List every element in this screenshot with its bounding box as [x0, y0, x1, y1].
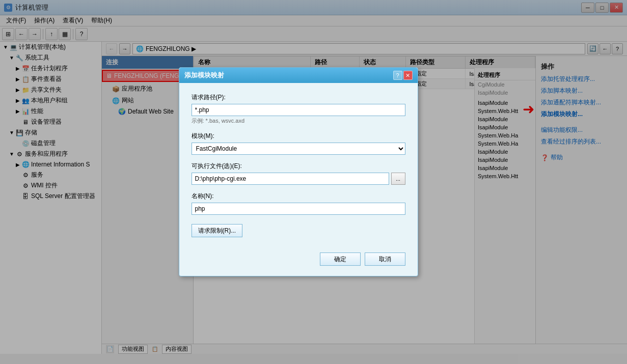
- expand-icon: [14, 172, 21, 179]
- menu-file[interactable]: 文件(F): [2, 15, 30, 26]
- status-bar: 📄 功能视图 📋 内容视图: [102, 344, 627, 354]
- request-path-hint: 示例: *.bas, wsvc.axd: [192, 117, 405, 125]
- content-view-btn[interactable]: 内容视图: [162, 345, 192, 354]
- sidebar-item-perf[interactable]: ▶ 📊 性能: [0, 106, 101, 117]
- sidebar-item-wmi[interactable]: ⚙ WMI 控件: [0, 180, 101, 191]
- users-icon: 👥: [21, 97, 30, 105]
- event-icon: 📋: [21, 75, 30, 83]
- forward-button[interactable]: →: [119, 43, 130, 54]
- sidebar-item-root[interactable]: ▼ 💻 计算机管理(本地): [0, 42, 101, 52]
- actions-spacer2: [536, 148, 627, 152]
- handler-list-item: IsapiModule: [475, 123, 535, 131]
- task-icon: 📅: [21, 65, 30, 73]
- menu-action[interactable]: 操作(A): [30, 15, 59, 26]
- sidebar-label: WMI 控件: [31, 181, 58, 190]
- handler-list-item: System.Web.Htt: [475, 107, 535, 115]
- toolbar-up-btn[interactable]: ↑: [45, 28, 58, 40]
- func-view-btn[interactable]: 功能视图: [118, 345, 148, 354]
- action-add-managed[interactable]: 添加托管处理程序...: [536, 73, 627, 85]
- ok-button[interactable]: 确定: [320, 253, 361, 266]
- iis-icon: 🌐: [21, 160, 30, 169]
- toolbar-show-btn[interactable]: ▦: [59, 28, 71, 40]
- expand-icon: ▶: [14, 87, 21, 94]
- sidebar-item-device[interactable]: 🖥 设备管理器: [0, 117, 101, 127]
- handler-list: 处理程序 CgiModule IsapiModule IsapiModule S…: [474, 68, 535, 344]
- action-view-sorted[interactable]: 查看经过排序的列表...: [536, 136, 627, 148]
- actions-spacer: [536, 120, 627, 124]
- menu-help[interactable]: 帮助(H): [87, 15, 116, 26]
- sidebar-item-iis[interactable]: ▶ 🌐 Internet Information S: [0, 159, 101, 170]
- action-edit-perms[interactable]: 编辑功能权限...: [536, 124, 627, 136]
- breadcrumb-help[interactable]: ?: [612, 43, 623, 54]
- toolbar-back-btn[interactable]: ←: [15, 28, 28, 40]
- expand-icon: [14, 119, 21, 126]
- breadcrumb-icon: 🌐: [136, 45, 144, 52]
- executable-input[interactable]: [192, 173, 389, 185]
- request-path-input[interactable]: [192, 104, 405, 116]
- sidebar-item-disk[interactable]: 💿 磁盘管理: [0, 138, 101, 149]
- app-icon: ⚙: [4, 4, 12, 12]
- request-limit-button[interactable]: 请求限制(R)...: [192, 224, 243, 237]
- breadcrumb-nav1[interactable]: ←: [599, 43, 611, 54]
- conn-label-apppool: 应用程序池: [122, 85, 152, 93]
- name-input[interactable]: [192, 203, 405, 215]
- site-icon: 🌍: [118, 108, 126, 115]
- modal-close-button[interactable]: ✕: [403, 71, 413, 80]
- sidebar-label-root: 计算机管理(本地): [19, 43, 66, 51]
- browse-button[interactable]: ...: [391, 173, 405, 185]
- back-button[interactable]: ←: [106, 43, 117, 54]
- computer-icon: 💻: [9, 43, 17, 51]
- modal-title: 添加模块映射: [184, 71, 224, 80]
- menu-view[interactable]: 查看(V): [59, 15, 87, 26]
- tools-icon: 🔧: [15, 54, 23, 62]
- sidebar-item-storage[interactable]: ▼ 💾 存储: [0, 127, 101, 138]
- server-icon: 🖥: [106, 72, 112, 79]
- action-help[interactable]: 帮助: [551, 153, 563, 162]
- action-add-module[interactable]: 添加模块映射...: [536, 108, 627, 120]
- action-add-wildcard[interactable]: 添加通配符脚本映射...: [536, 97, 627, 108]
- window-close-button[interactable]: ✕: [610, 3, 623, 13]
- action-add-script[interactable]: 添加脚本映射...: [536, 85, 627, 97]
- toolbar-icon-btn[interactable]: ⊞: [2, 28, 14, 40]
- executable-label: 可执行文件(选)(E):: [192, 162, 405, 171]
- sidebar-item-users[interactable]: ▶ 👥 本地用户和组: [0, 95, 101, 106]
- expand-icon: ▶: [14, 65, 21, 72]
- request-limit-row: 请求限制(R)...: [192, 222, 405, 237]
- module-select[interactable]: FastCgiModule IsapiModule CgiModule: [192, 143, 405, 155]
- conn-label-server: FENGZHILONG (FENGZ: [114, 72, 183, 79]
- sidebar-label: 设备管理器: [31, 118, 62, 126]
- sidebar-item-shared[interactable]: ▶ 📁 共享文件夹: [0, 85, 101, 95]
- folder-icon: 📁: [21, 86, 30, 94]
- window-title: 计算机管理: [15, 3, 48, 12]
- handler-list-item: IsapiModule: [475, 148, 535, 156]
- minimize-button[interactable]: ─: [581, 3, 594, 13]
- expand-icon: ▼: [2, 44, 9, 51]
- expand-icon: [14, 140, 21, 147]
- request-path-label: 请求路径(P):: [192, 93, 405, 102]
- sidebar-item-service[interactable]: ⚙ 服务: [0, 170, 101, 180]
- modal-help-button[interactable]: ?: [393, 71, 402, 80]
- toolbar-forward-btn[interactable]: →: [29, 28, 41, 40]
- actions-help-row: ❓ 帮助: [536, 152, 627, 163]
- sidebar-label: 事件查看器: [31, 75, 62, 83]
- sidebar-item-sql[interactable]: 🗄 SQL Server 配置管理器: [0, 191, 101, 202]
- expand-icon: ▶: [14, 97, 21, 104]
- toolbar-separator: [43, 29, 43, 39]
- expand-icon: ▼: [8, 151, 15, 158]
- maximize-button[interactable]: □: [595, 3, 609, 13]
- sidebar-item-task[interactable]: ▶ 📅 任务计划程序: [0, 63, 101, 74]
- cancel-button[interactable]: 取消: [365, 253, 405, 266]
- name-label: 名称(N):: [192, 192, 405, 201]
- handler-list-item: IsapiModule: [475, 99, 535, 107]
- handler-list-item: IsapiModule: [475, 89, 535, 97]
- handler-list-item: System.Web.Ha: [475, 139, 535, 148]
- module-label: 模块(M):: [192, 132, 405, 141]
- modal-titlebar: 添加模块映射 ? ✕: [179, 68, 418, 83]
- refresh-button[interactable]: 🔄: [587, 43, 598, 54]
- sidebar-item-systools[interactable]: ▼ 🔧 系统工具: [0, 52, 101, 63]
- toolbar-help-btn[interactable]: ?: [75, 28, 88, 40]
- sidebar-item-event[interactable]: ▶ 📋 事件查看器: [0, 74, 101, 85]
- sidebar-item-services[interactable]: ▼ ⚙ 服务和应用程序: [0, 149, 101, 159]
- expand-icon: ▼: [8, 129, 15, 136]
- handler-list-item: System.Web.Ha: [475, 131, 535, 139]
